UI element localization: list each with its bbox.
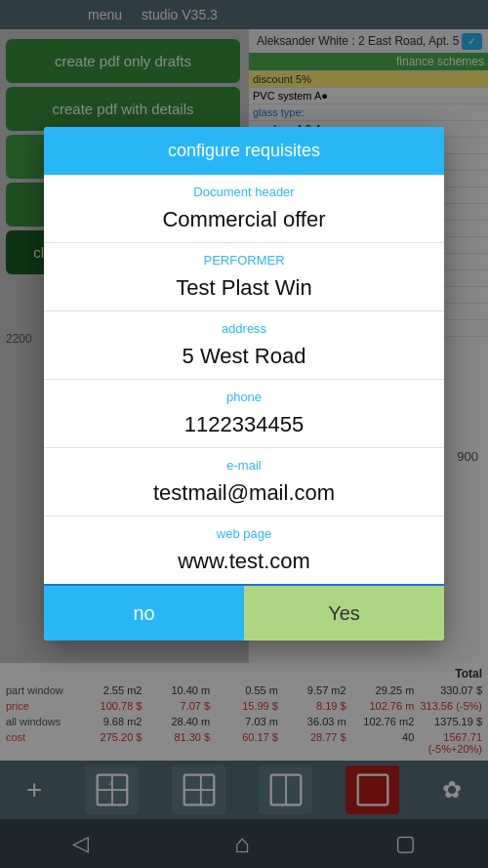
modal-fields: Document header Commercial offer PERFORM…: [44, 175, 444, 586]
field-value-phone[interactable]: 1122334455: [44, 406, 444, 448]
field-label-address: address: [44, 311, 444, 338]
modal-overlay: configure requisites Document header Com…: [0, 0, 488, 868]
modal-yes-button[interactable]: Yes: [244, 586, 444, 641]
field-label-webpage: web page: [44, 517, 444, 543]
field-label-phone: phone: [44, 380, 444, 406]
modal-dialog: configure requisites Document header Com…: [44, 127, 444, 641]
field-value-webpage[interactable]: www.test.com: [44, 543, 444, 586]
field-value-email[interactable]: testmail@mail.com: [44, 475, 444, 517]
field-label-email: e-mail: [44, 448, 444, 475]
field-value-performer[interactable]: Test Plast Win: [44, 269, 444, 311]
modal-footer: no Yes: [44, 586, 444, 641]
field-value-address[interactable]: 5 West Road: [44, 338, 444, 380]
field-label-performer: PERFORMER: [44, 243, 444, 269]
field-value-document-header[interactable]: Commercial offer: [44, 201, 444, 243]
field-label-document-header: Document header: [44, 175, 444, 201]
modal-title: configure requisites: [44, 127, 444, 175]
modal-no-button[interactable]: no: [44, 586, 244, 641]
